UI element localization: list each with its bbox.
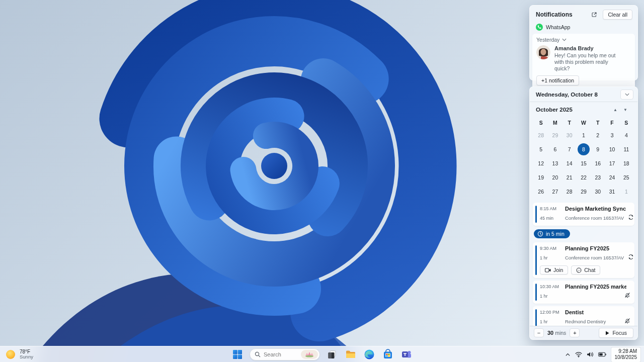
file-explorer-button[interactable] (344, 348, 357, 361)
event-chat-button[interactable]: Chat (571, 265, 600, 275)
volume-indicator[interactable] (587, 351, 594, 357)
task-view-button[interactable] (326, 348, 339, 361)
focus-minutes: 30 (547, 330, 553, 336)
edge-button[interactable] (363, 348, 376, 361)
calendar-prev-month-button[interactable]: ▲ (610, 108, 620, 112)
calendar-day[interactable]: 21 (562, 170, 577, 185)
calendar-day[interactable]: 13 (548, 156, 562, 170)
calendar-day[interactable]: 17 (605, 156, 619, 170)
focus-decrease-button[interactable]: − (534, 328, 544, 337)
event-card[interactable]: 12:00 PMDentist1 hrRedmond Dentistry (533, 306, 634, 326)
search-highlight-image[interactable] (301, 350, 318, 359)
clock-flyout-button[interactable]: 9:28 AM 10/8/2025 (611, 347, 641, 362)
calendar-day-number: 30 (564, 129, 576, 141)
calendar-day[interactable]: 23 (591, 170, 605, 185)
calendar-day[interactable]: 28 (534, 128, 548, 142)
teams-button[interactable] (400, 348, 413, 361)
search-box[interactable] (250, 348, 320, 360)
calendar-day[interactable]: 19 (534, 170, 548, 185)
calendar-day[interactable]: 1 (577, 128, 591, 142)
notification-group-label: Yesterday (536, 37, 559, 43)
notification-app-group[interactable]: WhatsApp (530, 22, 637, 34)
more-notifications-button[interactable]: +1 notification (536, 75, 579, 85)
event-location: Conference room 16537/AV (565, 255, 624, 260)
calendar-day[interactable]: 7 (562, 142, 577, 156)
task-view-icon (327, 349, 337, 359)
search-input[interactable] (264, 351, 298, 357)
calendar-day-number: 3 (606, 129, 618, 141)
calendar-day[interactable]: 24 (605, 170, 619, 185)
calendar-day[interactable]: 9 (591, 142, 605, 156)
calendar-day[interactable]: 22 (577, 170, 591, 185)
calendar-day[interactable]: 4 (619, 128, 633, 142)
calendar-collapse-button[interactable] (620, 89, 633, 100)
chat-bubble-icon (576, 267, 582, 273)
calendar-day[interactable]: 1 (619, 185, 633, 199)
calendar-day[interactable]: 5 (534, 142, 548, 156)
calendar-next-month-button[interactable]: ▼ (620, 108, 630, 112)
calendar-day-number: 17 (606, 157, 618, 169)
battery-icon (598, 352, 606, 357)
notification-settings-button[interactable] (589, 10, 600, 20)
battery-indicator[interactable] (598, 352, 606, 357)
calendar-day[interactable]: 10 (605, 142, 619, 156)
calendar-day[interactable]: 15 (577, 156, 591, 170)
calendar-day[interactable]: 6 (548, 142, 562, 156)
calendar-day[interactable]: 11 (619, 142, 633, 156)
calendar-day-number: 24 (606, 171, 618, 184)
notification-message[interactable]: Amanda Brady Hey! Can you help me out wi… (536, 45, 631, 72)
clock-icon (537, 231, 543, 237)
event-card[interactable]: 9:30 AMPlanning FY20251 hrConference roo… (533, 242, 634, 278)
tray-overflow-button[interactable] (565, 352, 571, 357)
calendar-day-number: 15 (578, 157, 590, 169)
calendar-day[interactable]: 29 (577, 185, 591, 199)
play-icon (605, 331, 609, 335)
calendar-day[interactable]: 30 (591, 185, 605, 199)
start-button[interactable] (231, 348, 244, 361)
widgets-button[interactable]: 78°F Sunny (5, 346, 33, 362)
chevron-down-icon (625, 93, 629, 96)
microsoft-store-button[interactable] (381, 348, 394, 361)
calendar-day-number: 16 (592, 157, 604, 169)
calendar-day-selected[interactable]: 8 (577, 142, 591, 156)
calendar-day[interactable]: 25 (619, 170, 633, 185)
calendar-day[interactable]: 28 (562, 185, 577, 199)
calendar-day[interactable]: 31 (605, 185, 619, 199)
calendar-day[interactable]: 16 (591, 156, 605, 170)
calendar-day[interactable]: 12 (534, 156, 548, 170)
calendar-day[interactable]: 27 (548, 185, 562, 199)
calendar-day-number: 6 (549, 143, 561, 155)
event-time: 10:30 AM (540, 284, 561, 289)
calendar-day[interactable]: 20 (548, 170, 562, 185)
calendar-day-number: 7 (564, 143, 576, 155)
event-card[interactable]: 10:30 AMPlanning FY2025 marketing1 hr (533, 281, 634, 304)
focus-increase-button[interactable]: + (570, 328, 580, 337)
event-card[interactable]: 8:15 AMDesign Marketing Sync45 minConfer… (533, 203, 634, 226)
calendar-day-number: 8 (578, 143, 590, 155)
calendar-day-number: 29 (549, 129, 561, 141)
chevron-up-icon (565, 352, 571, 357)
event-join-button[interactable]: Join (540, 265, 568, 275)
calendar-day[interactable]: 14 (562, 156, 577, 170)
calendar-day[interactable]: 2 (591, 128, 605, 142)
weekday-label: F (605, 117, 619, 128)
calendar-day[interactable]: 30 (562, 128, 577, 142)
calendar-day[interactable]: 18 (619, 156, 633, 170)
notification-app-name: WhatsApp (546, 24, 570, 30)
notification-text: Hey! Can you help me out with this probl… (554, 52, 625, 72)
countdown-label: in 5 min (546, 231, 565, 237)
notification-group-row[interactable]: Yesterday (536, 37, 631, 43)
event-actions: JoinChat (540, 265, 630, 275)
sun-icon (5, 349, 16, 360)
speaker-icon (587, 351, 594, 357)
calendar-day[interactable]: 26 (534, 185, 548, 199)
calendar-day-number: 13 (549, 157, 561, 169)
calendar-day[interactable]: 29 (548, 128, 562, 142)
focus-start-button[interactable]: Focus (599, 328, 633, 338)
tray-time: 9:28 AM (615, 348, 637, 355)
calendar-day[interactable]: 3 (605, 128, 619, 142)
notification-card[interactable]: Yesterday Amanda Brady Hey! Can you help… (532, 34, 635, 89)
wifi-indicator[interactable] (575, 351, 582, 357)
clear-all-button[interactable]: Clear all (603, 10, 632, 20)
calendar-day-number: 23 (592, 171, 604, 184)
